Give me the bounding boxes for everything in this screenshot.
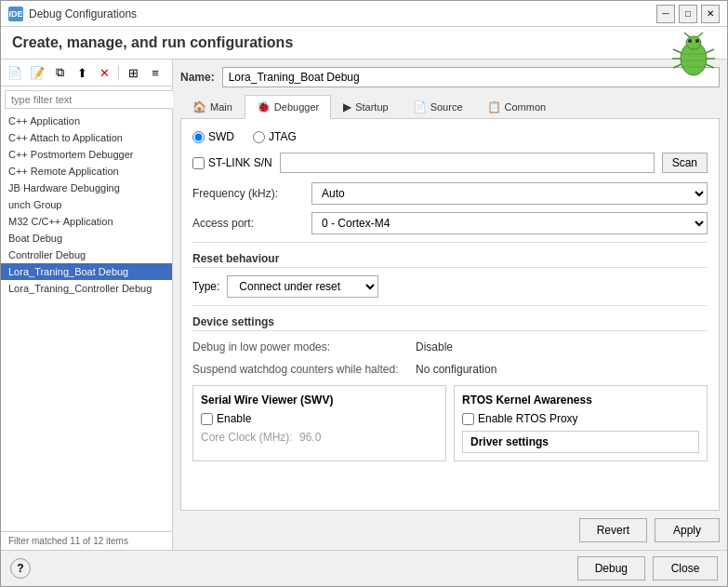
- collapse-button[interactable]: ≡: [145, 62, 165, 83]
- swv-enable-row: Enable: [201, 412, 438, 425]
- jtag-radio-label[interactable]: JTAG: [253, 130, 297, 143]
- stlink-checkbox-label[interactable]: ST-LINK S/N: [192, 156, 272, 169]
- tab-debugger[interactable]: 🐞 Debugger: [245, 95, 331, 119]
- list-item[interactable]: JB Hardware Debugging: [1, 180, 172, 196]
- filter-input[interactable]: [5, 90, 176, 109]
- filter-status: Filter matched 11 of 12 items: [8, 536, 128, 546]
- name-row: Name:: [180, 67, 720, 87]
- sidebar: 📄 📝 ⧉ ⬆ ✕ ⊞ ≡ C++ Application C++ Attach…: [1, 60, 173, 550]
- footer-bar: ? Debug Close: [1, 550, 727, 586]
- bug-icon-logo: [668, 31, 720, 85]
- close-button[interactable]: Close: [653, 556, 718, 580]
- suspend-watchdog-value: No configuration: [416, 363, 496, 376]
- list-item[interactable]: C++ Postmortem Debugger: [1, 146, 172, 163]
- svg-line-10: [706, 49, 714, 53]
- delete-button[interactable]: ✕: [94, 62, 114, 83]
- debugger-tab-label: Debugger: [274, 101, 319, 113]
- svg-line-12: [706, 64, 714, 68]
- debug-button[interactable]: Debug: [577, 556, 645, 580]
- driver-section: Driver settings: [462, 431, 699, 453]
- suspend-watchdog-row: Suspend watchdog counters while halted: …: [192, 361, 708, 378]
- list-item-selected[interactable]: Lora_Traning_Boat Debug: [1, 263, 172, 280]
- tab-common[interactable]: 📋 Common: [475, 95, 559, 118]
- swv-section: Serial Wire Viewer (SWV) Enable Core Clo…: [192, 385, 446, 461]
- reset-behaviour-header: Reset behaviour: [192, 252, 708, 268]
- title-bar: IDE Debug Configurations ─ □ ✕: [1, 1, 727, 27]
- maximize-button[interactable]: □: [679, 5, 697, 23]
- list-item[interactable]: M32 C/C++ Application: [1, 213, 172, 230]
- common-tab-icon: 📋: [487, 100, 501, 113]
- startup-tab-icon: ▶: [343, 100, 351, 113]
- startup-tab-label: Startup: [355, 101, 388, 113]
- svg-line-9: [673, 64, 682, 68]
- minimize-button[interactable]: ─: [656, 5, 675, 23]
- duplicate-button[interactable]: ⧉: [49, 62, 70, 83]
- main-tab-label: Main: [210, 101, 232, 113]
- config-list: C++ Application C++ Attach to Applicatio…: [1, 113, 172, 531]
- list-item[interactable]: C++ Attach to Application: [1, 129, 172, 146]
- jtag-label: JTAG: [269, 130, 297, 143]
- debug-low-power-row: Debug in low power modes: Disable: [192, 339, 708, 355]
- swv-enable-checkbox[interactable]: [201, 413, 213, 425]
- main-content: 📄 📝 ⧉ ⬆ ✕ ⊞ ≡ C++ Application C++ Attach…: [1, 60, 727, 550]
- stlink-checkbox[interactable]: [192, 157, 205, 169]
- swd-label: SWD: [208, 130, 234, 143]
- device-settings: Debug in low power modes: Disable Suspen…: [192, 339, 708, 378]
- close-window-button[interactable]: ✕: [701, 5, 720, 23]
- subtitle: Create, manage, and run configurations: [12, 34, 662, 51]
- divider-1: [192, 242, 708, 243]
- source-tab-label: Source: [430, 101, 463, 113]
- divider-2: [192, 305, 708, 306]
- reset-type-label: Type:: [192, 280, 219, 293]
- list-item[interactable]: C++ Application: [1, 113, 172, 129]
- new-config-button[interactable]: 📄: [5, 62, 25, 83]
- common-tab-label: Common: [505, 101, 547, 113]
- suspend-watchdog-label: Suspend watchdog counters while halted:: [192, 363, 416, 376]
- rtos-title: RTOS Kernel Awareness: [462, 394, 699, 407]
- swd-radio-label[interactable]: SWD: [192, 130, 234, 143]
- title-bar-left: IDE Debug Configurations: [8, 7, 137, 21]
- footer-right-buttons: Debug Close: [577, 556, 718, 580]
- jtag-radio[interactable]: [253, 131, 265, 143]
- rtos-enable-checkbox[interactable]: [462, 413, 474, 425]
- list-item[interactable]: Boat Debug: [1, 230, 172, 247]
- bug-logo-svg: [668, 31, 720, 82]
- name-label: Name:: [180, 71, 215, 84]
- new-config-type-button[interactable]: 📝: [27, 62, 47, 83]
- filter-button[interactable]: ⊞: [123, 62, 143, 83]
- debugger-tab-content: SWD JTAG ST-LINK S/N: [180, 119, 720, 511]
- svg-point-2: [686, 36, 701, 49]
- debugger-tab-icon: 🐞: [257, 100, 271, 113]
- scan-button[interactable]: Scan: [662, 153, 708, 173]
- svg-line-5: [684, 33, 690, 37]
- tab-startup[interactable]: ▶ Startup: [331, 95, 400, 118]
- export-button[interactable]: ⬆: [72, 62, 92, 83]
- stlink-label: ST-LINK S/N: [208, 156, 272, 169]
- core-clock-label: Core Clock (MHz):: [201, 431, 294, 444]
- reset-type-select[interactable]: Connect under reset: [227, 275, 378, 298]
- core-clock-row: Core Clock (MHz): 96.0: [201, 431, 438, 444]
- access-port-label: Access port:: [192, 217, 304, 230]
- list-item[interactable]: Lora_Traning_Controller Debug: [1, 280, 172, 297]
- tab-source[interactable]: 📄 Source: [401, 95, 475, 118]
- title-bar-controls: ─ □ ✕: [656, 5, 720, 23]
- revert-button[interactable]: Revert: [579, 518, 647, 542]
- swd-radio[interactable]: [192, 131, 205, 143]
- help-button[interactable]: ?: [10, 558, 31, 579]
- stlink-input[interactable]: [280, 153, 655, 173]
- rtos-section: RTOS Kernel Awareness Enable RTOS Proxy …: [454, 385, 708, 461]
- tab-main[interactable]: 🏠 Main: [180, 95, 245, 118]
- access-port-select[interactable]: 0 - Cortex-M4: [311, 212, 708, 234]
- swv-title: Serial Wire Viewer (SWV): [201, 394, 438, 407]
- frequency-select[interactable]: Auto: [311, 182, 708, 205]
- name-input[interactable]: [222, 67, 720, 87]
- access-port-row: Access port: 0 - Cortex-M4: [192, 212, 708, 234]
- sidebar-footer: Filter matched 11 of 12 items: [1, 531, 172, 550]
- apply-button[interactable]: Apply: [655, 518, 720, 542]
- list-item[interactable]: Controller Debug: [1, 247, 172, 263]
- list-item[interactable]: C++ Remote Application: [1, 163, 172, 180]
- frequency-row: Frequency (kHz): Auto: [192, 182, 708, 205]
- window-title: Debug Configurations: [29, 7, 137, 20]
- debug-configurations-window: IDE Debug Configurations ─ □ ✕ Create, m…: [0, 0, 728, 587]
- list-item[interactable]: unch Group: [1, 196, 172, 213]
